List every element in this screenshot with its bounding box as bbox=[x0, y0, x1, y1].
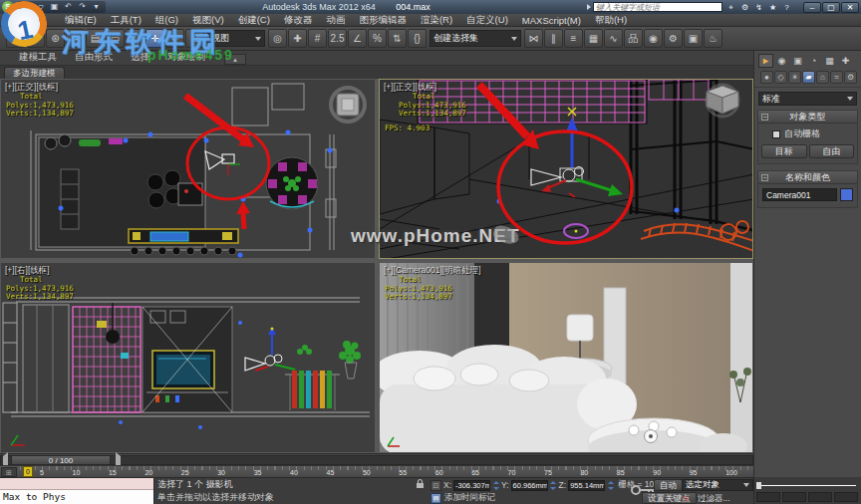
current-frame-marker[interactable]: 0 bbox=[23, 466, 33, 477]
frame-tick-label: 35 bbox=[254, 469, 262, 476]
playback-slider-knob[interactable] bbox=[756, 482, 761, 489]
undo-icon[interactable]: ↶ bbox=[62, 1, 75, 13]
camera-type-dropdown[interactable]: 标准 bbox=[758, 92, 857, 106]
menu-item[interactable]: 创建(C) bbox=[231, 14, 277, 27]
menu-item[interactable]: MAXScript(M) bbox=[515, 15, 588, 26]
shapes-category[interactable]: ◇ bbox=[774, 71, 787, 84]
object-type-button[interactable]: 目标 bbox=[761, 144, 807, 158]
save-file-icon[interactable]: ▣ bbox=[48, 1, 61, 13]
minimize-button[interactable]: – bbox=[803, 2, 821, 13]
schematic-view-button[interactable]: 品 bbox=[624, 29, 643, 48]
z-spinner[interactable] bbox=[607, 480, 614, 491]
orbit-view-button[interactable] bbox=[834, 492, 858, 502]
geometry-category[interactable]: ● bbox=[760, 71, 773, 84]
time-tag-icon[interactable]: ▤ bbox=[430, 493, 441, 504]
menu-item[interactable]: 自定义(U) bbox=[459, 14, 515, 27]
use-pivot-center-button[interactable]: ◎ bbox=[268, 29, 287, 48]
favorites-icon[interactable]: ↯ bbox=[752, 2, 765, 13]
y-spinner[interactable] bbox=[550, 480, 557, 491]
viewcube[interactable] bbox=[707, 85, 738, 117]
maximize-button[interactable]: ▢ bbox=[822, 2, 840, 13]
sign-in-icon[interactable]: ★ bbox=[766, 2, 779, 13]
modify-tab[interactable]: ◉ bbox=[774, 54, 789, 68]
playback-slider[interactable] bbox=[760, 485, 856, 486]
motion-tab[interactable]: ◔ bbox=[806, 54, 821, 68]
add-time-tag[interactable]: 添加时间标记 bbox=[444, 492, 495, 504]
zoom-view-button[interactable] bbox=[782, 492, 806, 502]
edit-named-selections-button[interactable]: {} bbox=[408, 29, 427, 48]
graphite-ribbon-toggle-button[interactable]: ▦ bbox=[584, 29, 603, 48]
render-production-button[interactable]: ♨ bbox=[704, 29, 722, 48]
x-spinner[interactable] bbox=[492, 480, 499, 491]
space-warps-category[interactable]: ≈ bbox=[830, 71, 843, 84]
helpers-category[interactable]: ⌂ bbox=[816, 71, 829, 84]
y-coordinate-field[interactable]: 60.966mm bbox=[511, 480, 548, 491]
lights-category[interactable]: ☀ bbox=[788, 71, 801, 84]
object-type-button[interactable]: 自由 bbox=[809, 144, 855, 158]
frame-tick-label: 45 bbox=[326, 469, 334, 476]
viewport-bottom-right[interactable]: [+][Camera001][明暗处理] TotalPolys:1,473,91… bbox=[379, 262, 753, 453]
auto-key-button[interactable]: 自动 bbox=[654, 479, 683, 491]
close-button[interactable]: ✕ bbox=[841, 2, 859, 13]
communication-center-icon[interactable]: ⚙ bbox=[738, 2, 751, 13]
redo-icon[interactable]: ↷ bbox=[76, 1, 89, 13]
ribbon-tab[interactable]: 建模工具 bbox=[10, 50, 66, 65]
mirror-button[interactable]: ⋈ bbox=[524, 29, 543, 48]
rendered-frame-button[interactable]: ▣ bbox=[684, 29, 703, 48]
track-bar[interactable]: ⊞ 51015202530354045505560657075808590951… bbox=[0, 465, 753, 477]
frame-tick-label: 20 bbox=[144, 469, 152, 476]
menu-item[interactable]: 帮助(H) bbox=[588, 14, 634, 27]
selection-set-dropdown[interactable]: 选定对象 bbox=[682, 479, 753, 491]
material-editor-button[interactable]: ◉ bbox=[644, 29, 663, 48]
angle-snap-button[interactable]: ∠ bbox=[348, 29, 367, 48]
z-coordinate-field[interactable]: 955.14mm bbox=[568, 480, 605, 491]
display-tab[interactable]: ▦ bbox=[822, 54, 837, 68]
systems-category[interactable]: ⚙ bbox=[844, 71, 857, 84]
frame-tick-label: 15 bbox=[109, 469, 117, 476]
viewport-top-left[interactable]: [+][正交][线框] TotalPolys:1,473,916Verts:1,… bbox=[0, 79, 376, 259]
polygon-modeling-panel-tab[interactable]: 多边形建模 bbox=[4, 67, 65, 79]
name-color-rollout-header[interactable]: − 名称和颜色 bbox=[758, 171, 857, 184]
search-expand-icon[interactable] bbox=[587, 4, 591, 10]
spinner-snap-button[interactable]: ⇅ bbox=[388, 29, 407, 48]
previous-frame-arrow[interactable] bbox=[1, 456, 10, 464]
menu-item[interactable]: 动画 bbox=[319, 14, 352, 27]
absolute-mode-toggle[interactable]: ⊡ bbox=[430, 480, 441, 491]
checkbox-icon[interactable] bbox=[772, 130, 780, 138]
zoom-extents-button[interactable] bbox=[808, 492, 832, 502]
percent-snap-button[interactable]: % bbox=[368, 29, 387, 48]
object-type-rollout-header[interactable]: − 对象类型 bbox=[758, 111, 857, 124]
snaps-toggle-button[interactable]: 2.5 bbox=[328, 29, 347, 48]
search-input[interactable] bbox=[593, 2, 722, 12]
time-slider-handle[interactable]: 0 / 100 bbox=[11, 455, 111, 465]
keyboard-override-button[interactable]: # bbox=[308, 29, 327, 48]
workspace-dropdown-icon[interactable]: ▾ bbox=[90, 1, 103, 13]
search-icon[interactable]: ⌖ bbox=[724, 2, 737, 13]
maxscript-mini-listener[interactable]: Max to Phys bbox=[0, 478, 154, 504]
object-color-swatch[interactable] bbox=[840, 188, 853, 201]
select-and-manipulate-button[interactable]: ✚ bbox=[288, 29, 307, 48]
next-frame-arrow[interactable] bbox=[114, 456, 123, 464]
key-filters-button[interactable]: 过滤器... bbox=[698, 492, 730, 504]
curve-editor-button[interactable]: ∿ bbox=[604, 29, 623, 48]
create-tab[interactable]: ► bbox=[758, 54, 773, 68]
layer-manager-button[interactable]: ≡ bbox=[564, 29, 583, 48]
menu-item[interactable]: 修改器 bbox=[277, 14, 320, 27]
menu-item[interactable]: 渲染(R) bbox=[414, 14, 459, 27]
name-color-rollout: − 名称和颜色 Camera001 bbox=[757, 170, 858, 208]
hierarchy-tab[interactable]: ▣ bbox=[790, 54, 805, 68]
named-selection-dropdown[interactable]: 创建选择集 bbox=[430, 30, 521, 47]
selection-lock-icon[interactable] bbox=[416, 478, 425, 489]
autogrid-checkbox-row[interactable]: 自动栅格 bbox=[758, 124, 857, 143]
object-name-field[interactable]: Camera001 bbox=[762, 188, 837, 201]
render-setup-button[interactable]: ⚙ bbox=[664, 29, 683, 48]
pan-view-button[interactable] bbox=[756, 492, 780, 502]
mini-curve-editor-toggle[interactable]: ⊞ bbox=[1, 467, 17, 477]
align-button[interactable]: ∥ bbox=[544, 29, 563, 48]
viewport-bottom-left[interactable]: [+][右][线框] TotalPolys:1,473,916Verts:1,1… bbox=[0, 262, 376, 453]
infocenter-help-icon[interactable]: ? bbox=[780, 2, 793, 13]
x-coordinate-field[interactable]: -306.307m bbox=[453, 480, 490, 491]
cameras-category[interactable]: ▰ bbox=[802, 71, 815, 84]
utilities-tab[interactable]: ✚ bbox=[838, 54, 853, 68]
menu-item[interactable]: 图形编辑器 bbox=[352, 14, 414, 27]
